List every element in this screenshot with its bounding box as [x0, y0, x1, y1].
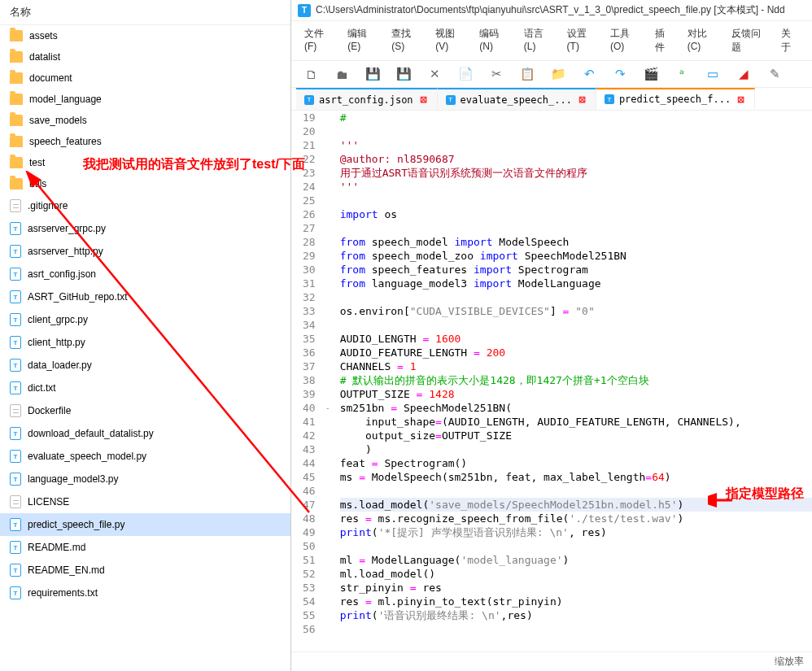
tab-close-icon[interactable]: ⊠ — [736, 94, 746, 105]
menu-S[interactable]: 查找(S) — [386, 24, 426, 57]
folder-icon — [10, 178, 23, 190]
folder-icon — [10, 94, 23, 105]
file-item--gitignore[interactable]: .gitignore — [0, 194, 290, 217]
file-item-data-loader-py[interactable]: Tdata_loader.py — [0, 354, 290, 377]
file-item-evaluate-speech-model-py[interactable]: Tevaluate_speech_model.py — [0, 445, 290, 468]
menu-[interactable]: 插件 — [650, 24, 678, 57]
undo-icon[interactable]: ↶ — [581, 66, 597, 82]
file-item-requirements-txt[interactable]: Trequirements.txt — [0, 582, 290, 604]
file-item-asrserver-grpc-py[interactable]: Tasrserver_grpc.py — [0, 217, 290, 240]
edit-icon[interactable]: ✎ — [766, 66, 783, 82]
redo-icon[interactable]: ↷ — [612, 66, 628, 82]
file-item-model-language[interactable]: model_language — [0, 89, 290, 110]
tab-close-icon[interactable]: ⊠ — [577, 94, 587, 105]
file-item-utils[interactable]: utils — [0, 173, 290, 194]
file-item-readme-md[interactable]: TREADME.md — [0, 536, 290, 559]
file-item-license[interactable]: LICENSE — [0, 490, 290, 513]
file-item-datalist[interactable]: datalist — [0, 46, 290, 68]
statusbar: 缩放率 — [291, 651, 812, 671]
tab-close-icon[interactable]: ⊠ — [418, 94, 429, 105]
save-all-icon[interactable]: 💾 — [395, 66, 412, 82]
file-label: .gitignore — [28, 200, 68, 211]
menu-E[interactable]: 编辑(E) — [343, 24, 382, 57]
menubar: 文件(F)编辑(E)查找(S)视图(V)编码(N)语言(L)设置(T)工具(O)… — [291, 21, 812, 61]
file-icon: T — [10, 473, 21, 486]
erase-icon[interactable]: ◢ — [736, 66, 752, 82]
open-file-icon[interactable]: 🖿 — [334, 66, 350, 82]
copy-icon[interactable]: 📄 — [457, 66, 474, 82]
file-item-predict-speech-file-py[interactable]: Tpredict_speech_file.py — [0, 513, 290, 536]
file-item-asrserver-http-py[interactable]: Tasrserver_http.py — [0, 240, 290, 263]
file-label: client_http.py — [28, 337, 85, 348]
file-item-speech-features[interactable]: speech_features — [0, 131, 290, 152]
file-item-save-models[interactable]: save_models — [0, 110, 290, 131]
file-item-download-default-datalist-py[interactable]: Tdownload_default_datalist.py — [0, 422, 290, 445]
folder-icon[interactable]: 📁 — [550, 66, 566, 82]
translate-icon[interactable]: ᵃ — [674, 66, 690, 82]
tab-file-icon: T — [304, 95, 314, 105]
file-label: dict.txt — [28, 382, 56, 394]
line-number-gutter: 1920212223242526272829303132333435363738… — [291, 111, 322, 651]
file-item-client-http-py[interactable]: Tclient_http.py — [0, 331, 290, 354]
file-item-readme-en-md[interactable]: TREADME_EN.md — [0, 559, 290, 582]
tab-label: asrt_config.json — [319, 94, 413, 106]
editor-pane: T C:\Users\Administrator\Documents\ftp\q… — [291, 0, 812, 671]
code-area[interactable]: #'''@author: nl8590687用于通过ASRT语音识别系统预测一次… — [334, 111, 812, 651]
file-item-asrt-config-json[interactable]: Tasrt_config.json — [0, 263, 290, 285]
menu-T[interactable]: 设置(T) — [562, 24, 600, 57]
menu-C[interactable]: 对比(C) — [683, 24, 723, 57]
fold-gutter: - — [322, 111, 334, 651]
file-item-document[interactable]: document — [0, 68, 290, 89]
file-label: data_loader.py — [28, 359, 92, 371]
tab-asrt_configjson[interactable]: Tasrt_config.json⊠ — [296, 88, 438, 110]
file-icon: T — [10, 290, 21, 303]
menu-[interactable]: 反馈问题 — [727, 24, 771, 57]
paste-icon[interactable]: 📋 — [519, 66, 535, 82]
tab-label: evaluate_speech_... — [461, 94, 572, 106]
file-label: asrserver_grpc.py — [28, 223, 106, 234]
cut-icon[interactable]: ✂ — [488, 66, 504, 82]
menu-F[interactable]: 文件(F) — [299, 24, 338, 57]
file-list: assetsdatalistdocumentmodel_languagesave… — [0, 25, 290, 604]
record-icon[interactable]: 🎬 — [643, 66, 659, 82]
view-icon[interactable]: ▭ — [705, 66, 721, 82]
file-label: assets — [29, 30, 58, 41]
file-item-dict-txt[interactable]: Tdict.txt — [0, 377, 290, 399]
folder-icon — [10, 30, 23, 41]
menu-V[interactable]: 视图(V) — [430, 24, 469, 57]
file-item-language-model3-py[interactable]: Tlanguage_model3.py — [0, 468, 290, 490]
file-item-asrt-github-repo-txt[interactable]: TASRT_GitHub_repo.txt — [0, 285, 290, 308]
file-label: speech_features — [29, 136, 102, 147]
file-icon: T — [10, 427, 21, 440]
file-icon: T — [10, 222, 21, 235]
close-file-icon[interactable]: ✕ — [426, 66, 443, 82]
file-label: README_EN.md — [28, 564, 105, 576]
menu-[interactable]: 关于 — [776, 24, 804, 57]
annotation-model-path: 指定模型路径 — [726, 486, 804, 503]
file-icon: T — [10, 586, 21, 599]
app-icon: T — [298, 4, 311, 17]
menu-N[interactable]: 编码(N) — [474, 24, 514, 57]
folder-icon — [10, 72, 23, 84]
tab-file-icon: T — [446, 95, 456, 105]
doc-icon — [10, 495, 21, 508]
tab-label: predict_speech_f... — [619, 94, 731, 105]
file-icon: T — [10, 268, 21, 281]
save-icon[interactable]: 💾 — [365, 66, 381, 82]
file-item-assets[interactable]: assets — [0, 25, 290, 46]
tab-evaluate_speech_[interactable]: Tevaluate_speech_...⊠ — [438, 88, 596, 110]
folder-icon — [10, 136, 23, 147]
file-label: client_grpc.py — [28, 314, 88, 325]
tab-predict_speech_f[interactable]: Tpredict_speech_f...⊠ — [596, 88, 755, 110]
folder-icon — [10, 51, 23, 63]
file-label: download_default_datalist.py — [28, 428, 154, 439]
file-item-client-grpc-py[interactable]: Tclient_grpc.py — [0, 308, 290, 331]
file-label: predict_speech_file.py — [28, 519, 124, 530]
folder-icon — [10, 157, 23, 168]
menu-O[interactable]: 工具(O) — [605, 24, 645, 57]
menu-L[interactable]: 语言(L) — [519, 24, 557, 57]
annotation-test-folder: 我把测试用的语音文件放到了test/下面 — [83, 156, 305, 173]
file-item-dockerfile[interactable]: Dockerfile — [0, 399, 290, 422]
new-file-icon[interactable]: 🗋 — [303, 66, 319, 82]
code-editor[interactable]: 1920212223242526272829303132333435363738… — [291, 111, 812, 651]
